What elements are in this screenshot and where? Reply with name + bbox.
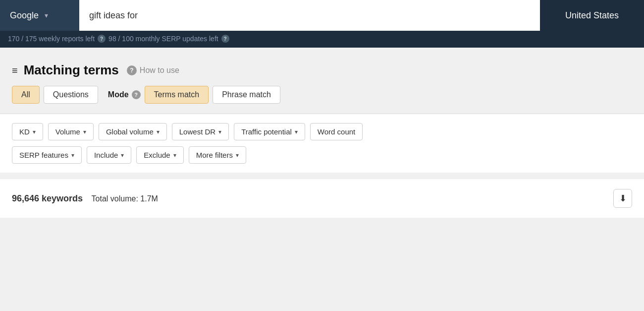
filter-exclude-label: Exclude [144, 151, 170, 159]
download-icon: ⬇ [619, 193, 627, 204]
filter-serp-features-label: SERP features [19, 151, 68, 159]
weekly-reports-help-icon[interactable]: ? [98, 35, 106, 43]
filters-section: KD ▾ Volume ▾ Global volume ▾ Lowest DR … [0, 114, 644, 173]
monthly-serp-help-icon[interactable]: ? [221, 35, 229, 43]
how-to-use-link[interactable]: ? How to use [127, 65, 179, 75]
filter-lowest-dr-chevron-icon: ▾ [218, 128, 221, 135]
title-row: ≡ Matching terms ? How to use [0, 58, 644, 86]
weekly-reports-text: 170 / 175 weekly reports left [8, 35, 95, 43]
monthly-serp-text: 98 / 100 monthly SERP updates left [108, 35, 218, 43]
mode-text: Mode [108, 90, 129, 99]
mode-help-icon[interactable]: ? [132, 90, 141, 99]
results-summary: 96,646 keywords Total volume: 1.7M [12, 193, 158, 204]
filter-global-volume-label: Global volume [106, 127, 154, 136]
filter-lowest-dr-label: Lowest DR [179, 127, 215, 136]
search-engine-selector[interactable]: Google ▾ [0, 0, 79, 31]
filter-global-volume[interactable]: Global volume ▾ [99, 123, 167, 140]
mode-label-group: Mode ? [108, 90, 141, 99]
filter-lowest-dr[interactable]: Lowest DR ▾ [172, 123, 229, 140]
filter-more-filters-label: More filters [196, 151, 233, 159]
region-label: United States [565, 10, 619, 21]
filter-exclude-chevron-icon: ▾ [173, 152, 176, 159]
filter-kd[interactable]: KD ▾ [12, 123, 43, 140]
filter-more-filters-chevron-icon: ▾ [236, 152, 239, 159]
how-to-use-label: How to use [140, 66, 179, 75]
filter-global-volume-chevron-icon: ▾ [157, 128, 160, 135]
keywords-count: 96,646 keywords [12, 193, 83, 203]
region-selector[interactable]: United States [540, 0, 644, 31]
search-engine-chevron-icon: ▾ [45, 11, 48, 19]
filter-traffic-potential-label: Traffic potential [241, 127, 292, 136]
filter-row-2: SERP features ▾ Include ▾ Exclude ▾ More… [12, 146, 632, 164]
filter-include-label: Include [94, 151, 118, 159]
header-top: Google ▾ United States [0, 0, 644, 31]
tab-phrase-match[interactable]: Phrase match [213, 86, 280, 104]
tab-all[interactable]: All [12, 86, 40, 104]
filter-word-count[interactable]: Word count [310, 123, 363, 140]
filter-kd-chevron-icon: ▾ [33, 128, 36, 135]
filter-traffic-potential-chevron-icon: ▾ [295, 128, 298, 135]
search-input[interactable] [89, 10, 530, 21]
page-title: Matching terms [24, 62, 119, 78]
filter-serp-features-chevron-icon: ▾ [71, 152, 74, 159]
tab-questions[interactable]: Questions [44, 86, 98, 104]
filter-exclude[interactable]: Exclude ▾ [136, 146, 183, 164]
header: Google ▾ United States 170 / 175 weekly … [0, 0, 644, 48]
filter-volume[interactable]: Volume ▾ [48, 123, 94, 140]
filter-kd-label: KD [19, 127, 30, 136]
filter-traffic-potential[interactable]: Traffic potential ▾ [234, 123, 305, 140]
header-bottom: 170 / 175 weekly reports left ? 98 / 100… [0, 31, 644, 48]
tab-terms-match[interactable]: Terms match [145, 86, 209, 104]
filter-row-1: KD ▾ Volume ▾ Global volume ▾ Lowest DR … [12, 123, 632, 140]
filter-volume-chevron-icon: ▾ [83, 128, 86, 135]
total-volume: Total volume: 1.7M [92, 194, 158, 203]
filter-more-filters[interactable]: More filters ▾ [189, 146, 246, 164]
main-content: ≡ Matching terms ? How to use All Questi… [0, 48, 644, 218]
results-section: 96,646 keywords Total volume: 1.7M ⬇ [0, 179, 644, 218]
hamburger-icon[interactable]: ≡ [12, 65, 18, 75]
download-button[interactable]: ⬇ [613, 189, 632, 208]
filter-serp-features[interactable]: SERP features ▾ [12, 146, 82, 164]
filter-volume-label: Volume [55, 127, 80, 136]
filter-tabs: All Questions Mode ? Terms match Phrase … [0, 86, 644, 114]
filter-include-chevron-icon: ▾ [121, 152, 124, 159]
filter-include[interactable]: Include ▾ [87, 146, 131, 164]
search-input-wrapper [79, 0, 540, 31]
how-to-use-help-icon: ? [127, 65, 137, 75]
search-engine-label: Google [10, 10, 39, 21]
filter-word-count-label: Word count [318, 127, 355, 136]
